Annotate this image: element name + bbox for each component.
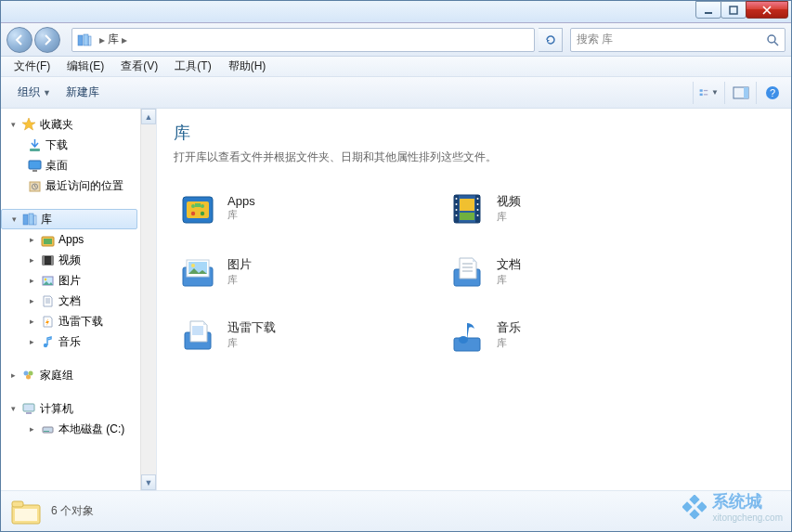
svg-point-46 — [201, 204, 204, 208]
expand-icon: ▸ — [27, 255, 36, 265]
svg-point-55 — [456, 209, 458, 211]
sidebar-scrollbar[interactable]: ▲ ▼ — [140, 109, 156, 490]
breadcrumb-arrow[interactable]: ▸ — [99, 33, 105, 46]
documents-icon — [447, 251, 487, 292]
library-name: 图片 — [227, 256, 252, 273]
menu-file[interactable]: 文件(F) — [6, 57, 58, 76]
svg-point-72 — [459, 336, 468, 344]
homegroup-label: 家庭组 — [40, 368, 73, 383]
thunder-icon — [177, 314, 218, 355]
new-library-button[interactable]: 新建库 — [58, 81, 107, 104]
library-sublabel: 库 — [497, 273, 521, 287]
search-placeholder: 搜索 库 — [577, 32, 613, 47]
star-icon — [21, 117, 36, 132]
music-icon — [40, 334, 55, 349]
breadcrumb-arrow[interactable]: ▸ — [122, 33, 127, 46]
refresh-button[interactable] — [539, 28, 563, 52]
page-description: 打开库以查看文件并根据文件夹、日期和其他属性排列这些文件。 — [174, 149, 774, 165]
library-sublabel: 库 — [227, 273, 252, 287]
download-icon — [27, 137, 42, 152]
library-item-thunder[interactable]: 迅雷下载 库 — [174, 310, 406, 358]
library-item-documents[interactable]: 文档 库 — [443, 247, 675, 295]
sidebar-item-desktop[interactable]: 桌面 — [1, 155, 139, 175]
library-item-music[interactable]: 音乐 库 — [443, 310, 675, 358]
svg-rect-21 — [29, 214, 33, 225]
status-count: 6 个对象 — [51, 503, 94, 519]
scroll-down-button[interactable]: ▼ — [141, 474, 156, 490]
expand-icon: ▸ — [27, 337, 36, 346]
menu-view[interactable]: 查看(V) — [113, 57, 165, 76]
expand-icon: ▸ — [27, 317, 36, 326]
collapse-icon: ▾ — [9, 214, 19, 224]
documents-icon — [40, 293, 55, 308]
close-button[interactable] — [746, 1, 788, 19]
forward-button[interactable] — [34, 27, 60, 53]
sidebar-item-disk-c[interactable]: ▸ 本地磁盘 (C:) — [1, 419, 139, 439]
svg-line-6 — [774, 42, 778, 45]
view-options-button[interactable]: ▼ — [693, 82, 719, 104]
address-bar[interactable]: ▸ 库 ▸ — [71, 28, 535, 52]
sidebar-item-documents[interactable]: ▸ 文档 — [1, 291, 139, 311]
expand-icon: ▸ — [27, 276, 36, 285]
sidebar-item-music[interactable]: ▸ 音乐 — [1, 331, 139, 352]
libraries-label: 库 — [41, 212, 52, 227]
homegroup-root[interactable]: ▸ 家庭组 — [1, 365, 139, 385]
libraries-icon — [22, 212, 37, 227]
libraries-icon — [76, 32, 93, 48]
libraries-root[interactable]: ▾ 库 — [1, 209, 137, 229]
svg-rect-39 — [43, 427, 53, 433]
menu-tools[interactable]: 工具(T) — [167, 57, 218, 76]
menu-edit[interactable]: 编辑(E) — [59, 57, 111, 76]
disk-icon — [40, 422, 55, 436]
sidebar-item-downloads[interactable]: 下载 — [1, 135, 139, 155]
svg-rect-40 — [44, 431, 49, 432]
chevron-down-icon: ▼ — [43, 88, 51, 97]
preview-pane-button[interactable] — [724, 82, 750, 104]
svg-rect-10 — [704, 94, 708, 95]
help-button[interactable]: ? — [756, 82, 782, 104]
computer-root[interactable]: ▾ 计算机 — [1, 398, 139, 419]
music-icon — [447, 314, 487, 355]
svg-point-64 — [191, 264, 195, 267]
favorites-group: ▾ 收藏夹 下载 桌面 最近访问的位置 — [1, 114, 156, 196]
pictures-icon — [40, 273, 55, 288]
svg-point-58 — [477, 203, 479, 205]
collapse-icon: ▾ — [8, 120, 18, 129]
svg-rect-22 — [34, 215, 37, 225]
sidebar-item-pictures[interactable]: ▸ 图片 — [1, 270, 139, 291]
collapse-icon: ▾ — [8, 404, 18, 413]
titlebar-buttons — [696, 1, 788, 19]
library-item-pictures[interactable]: 图片 库 — [174, 247, 406, 295]
svg-point-36 — [26, 375, 31, 380]
apps-icon — [177, 188, 218, 228]
video-icon — [40, 253, 55, 267]
maximize-button[interactable] — [721, 1, 747, 19]
sidebar-item-recent[interactable]: 最近访问的位置 — [1, 175, 139, 196]
scroll-up-button[interactable]: ▲ — [141, 109, 156, 124]
organize-button[interactable]: 组织 ▼ — [10, 81, 58, 104]
favorites-root[interactable]: ▾ 收藏夹 — [1, 114, 139, 135]
search-box[interactable]: 搜索 库 — [570, 28, 786, 52]
menu-help[interactable]: 帮助(H) — [221, 57, 274, 76]
sidebar-item-apps[interactable]: ▸ Apps — [1, 229, 139, 250]
svg-rect-15 — [30, 149, 40, 151]
svg-point-5 — [768, 35, 775, 43]
svg-rect-7 — [700, 89, 703, 91]
breadcrumb-segment[interactable]: 库 — [108, 32, 119, 47]
items-grid: Apps 库 视频 库 — [174, 184, 675, 358]
back-button[interactable] — [6, 27, 32, 53]
library-item-apps[interactable]: Apps 库 — [174, 184, 406, 232]
library-name: 文档 — [497, 256, 521, 273]
favorites-label: 收藏夹 — [40, 117, 73, 133]
svg-rect-37 — [23, 404, 34, 411]
library-item-videos[interactable]: 视频 库 — [443, 184, 675, 232]
svg-rect-47 — [195, 203, 201, 207]
svg-rect-17 — [32, 170, 37, 172]
minimize-button[interactable] — [695, 1, 721, 19]
sidebar-item-videos[interactable]: ▸ 视频 — [1, 250, 139, 270]
navigation-bar: ▸ 库 ▸ 搜索 库 — [1, 23, 791, 57]
svg-point-56 — [456, 214, 458, 216]
command-bar: 组织 ▼ 新建库 ▼ ? — [1, 77, 791, 109]
svg-rect-75 — [15, 509, 37, 521]
sidebar-item-thunder[interactable]: ▸ 迅雷下载 — [1, 311, 139, 331]
